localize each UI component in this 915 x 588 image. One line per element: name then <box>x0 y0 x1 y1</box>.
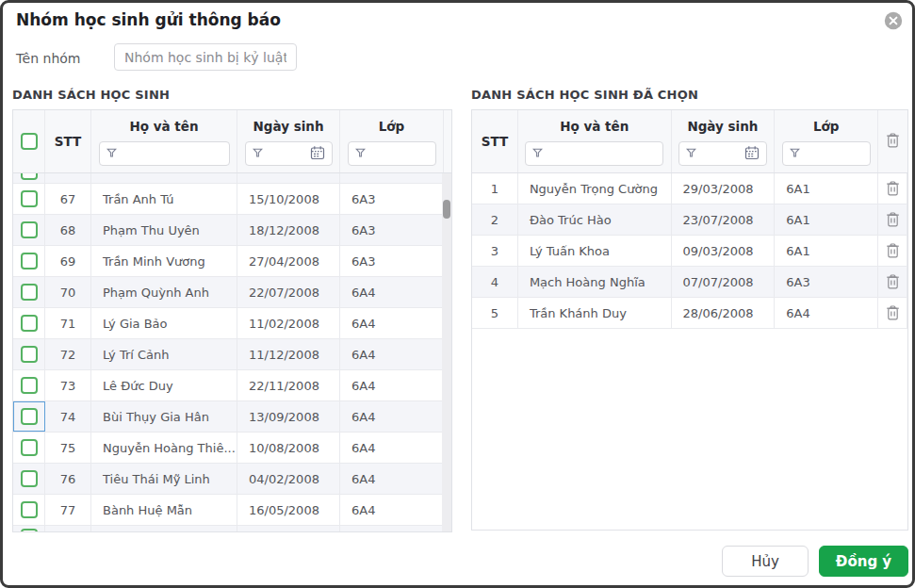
right-section-title: DANH SÁCH HỌC SINH ĐÃ CHỌN <box>471 88 698 102</box>
checkbox-cell[interactable] <box>13 173 45 184</box>
row-name: Lý Tuấn Khoa <box>518 236 672 266</box>
delete-row-icon[interactable] <box>886 181 900 196</box>
checkbox-cell[interactable] <box>13 184 45 214</box>
column-header-dob: Ngày sinh <box>237 110 340 172</box>
checkbox-cell[interactable] <box>13 277 45 307</box>
checkbox-cell[interactable] <box>13 339 45 369</box>
row-dob: 29/03/2008 <box>672 173 776 204</box>
row-checkbox[interactable] <box>21 377 38 394</box>
right-class-filter-input[interactable] <box>782 141 871 166</box>
left-dob-filter-input[interactable] <box>245 141 333 166</box>
row-checkbox[interactable] <box>21 529 38 533</box>
row-stt: 3 <box>472 236 518 266</box>
select-all-checkbox[interactable] <box>21 133 38 150</box>
row-dob <box>237 173 340 184</box>
trash-icon[interactable] <box>886 133 900 151</box>
row-name: Phạm Quỳnh Anh <box>91 277 237 307</box>
row-name: Trần Anh Tú <box>91 184 237 214</box>
column-header-stt: STT <box>472 110 518 172</box>
checkbox-cell[interactable] <box>13 246 45 276</box>
row-class: 6A4 <box>340 339 444 369</box>
row-checkbox[interactable] <box>21 501 38 518</box>
table-row: 2Đào Trúc Hào23/07/20086A1 <box>472 204 907 236</box>
row-name: Đào Trúc Hào <box>518 204 672 235</box>
row-dob: 22/11/2008 <box>237 370 340 400</box>
row-checkbox[interactable] <box>21 221 38 238</box>
checkbox-cell[interactable] <box>13 433 45 463</box>
row-checkbox[interactable] <box>21 408 38 425</box>
left-class-filter-input[interactable] <box>348 141 436 166</box>
calendar-icon[interactable] <box>310 145 325 163</box>
delete-row-cell[interactable] <box>878 236 907 266</box>
scrollbar-thumb[interactable] <box>443 200 450 219</box>
row-stt: 74 <box>45 401 91 432</box>
delete-row-icon[interactable] <box>886 212 900 227</box>
cancel-button[interactable]: Hủy <box>722 546 809 577</box>
table-row-partial <box>13 173 451 184</box>
delete-row-icon[interactable] <box>886 274 900 289</box>
row-class: 6A3 <box>775 267 878 297</box>
row-checkbox[interactable] <box>21 315 38 332</box>
vertical-scrollbar[interactable] <box>442 173 451 531</box>
row-name: Trần Khánh Duy <box>518 298 672 328</box>
row-class: 6A4 <box>340 308 444 338</box>
delete-row-cell[interactable] <box>878 267 907 297</box>
left-name-filter-input[interactable] <box>99 141 230 166</box>
row-class: 6A1 <box>775 204 878 235</box>
checkbox-cell[interactable] <box>13 308 45 338</box>
column-header-dob: Ngày sinh <box>672 110 776 172</box>
row-class: 6A1 <box>775 173 878 204</box>
checkbox-cell[interactable] <box>13 495 45 525</box>
row-checkbox[interactable] <box>21 173 38 180</box>
checkbox-cell[interactable] <box>13 370 45 400</box>
right-name-filter-input[interactable] <box>525 141 663 166</box>
column-header-class: Lớp <box>340 110 444 172</box>
table-row: 67Trần Anh Tú15/10/20086A3 <box>13 184 451 215</box>
row-checkbox[interactable] <box>21 346 38 363</box>
row-dob <box>237 526 340 532</box>
row-name: Tiêu Thái Mỹ Linh <box>91 464 237 494</box>
row-stt: 1 <box>472 173 518 204</box>
row-name: Lý Gia Bảo <box>91 308 237 338</box>
table-row: 1Nguyễn Trọng Cường29/03/20086A1 <box>472 173 907 204</box>
table-row: 71Lý Gia Bảo11/02/20086A4 <box>13 308 451 339</box>
close-icon[interactable] <box>884 11 903 30</box>
row-name: Lý Trí Cảnh <box>91 339 237 369</box>
row-dob: 10/08/2008 <box>237 433 340 463</box>
row-checkbox[interactable] <box>21 253 38 270</box>
students-table-header: STT Họ và tên Ngày sinh Lớp <box>13 110 451 173</box>
row-dob: 11/02/2008 <box>237 308 340 338</box>
checkbox-cell[interactable] <box>13 401 45 432</box>
row-stt: 69 <box>45 246 91 276</box>
row-dob: 27/04/2008 <box>237 246 340 276</box>
calendar-icon[interactable] <box>744 145 760 163</box>
row-stt: 67 <box>45 184 91 214</box>
table-row: 70Phạm Quỳnh Anh22/07/20086A4 <box>13 277 451 308</box>
selected-students-table: STT Họ và tên Ngày sinh Lớp <box>471 109 908 531</box>
checkbox-cell[interactable] <box>13 464 45 494</box>
table-row: 73Lê Đức Duy22/11/20086A4 <box>13 370 451 401</box>
row-checkbox[interactable] <box>21 439 38 456</box>
group-name-input[interactable] <box>114 43 297 71</box>
checkbox-cell[interactable] <box>13 526 45 532</box>
left-section-title: DANH SÁCH HỌC SINH <box>12 88 170 102</box>
row-stt <box>45 526 91 532</box>
delete-row-icon[interactable] <box>886 243 900 258</box>
row-checkbox[interactable] <box>21 284 38 301</box>
row-checkbox[interactable] <box>21 470 38 487</box>
row-name <box>91 526 237 532</box>
delete-row-cell[interactable] <box>878 298 907 328</box>
delete-all-header[interactable] <box>878 110 907 172</box>
right-dob-filter-input[interactable] <box>678 141 767 166</box>
row-dob: 23/07/2008 <box>672 204 776 235</box>
row-name: Nguyễn Trọng Cường <box>518 173 672 204</box>
delete-row-cell[interactable] <box>878 173 907 204</box>
delete-row-cell[interactable] <box>878 204 907 235</box>
select-all-cell <box>13 110 45 172</box>
row-checkbox[interactable] <box>21 190 38 207</box>
dialog-title: Nhóm học sinh gửi thông báo <box>16 10 281 29</box>
checkbox-cell[interactable] <box>13 215 45 245</box>
row-name: Bành Huệ Mẫn <box>91 495 237 525</box>
confirm-button[interactable]: Đồng ý <box>819 546 908 577</box>
delete-row-icon[interactable] <box>886 305 900 320</box>
